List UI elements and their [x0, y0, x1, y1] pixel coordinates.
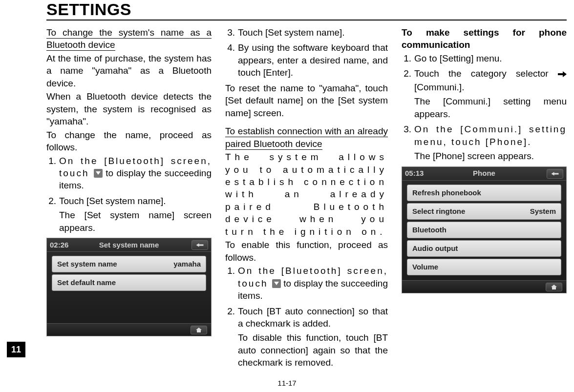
menu-row[interactable]: Refresh phonebook [407, 185, 561, 201]
list-number: 4. [225, 41, 238, 79]
menu-row-set-default-name[interactable]: Set default name [52, 274, 206, 291]
menu-row[interactable]: Audio output [407, 240, 561, 257]
list-text: Touch [BT auto connection] so that a che… [238, 306, 388, 329]
menu-row[interactable]: Select ringtone System [407, 203, 561, 220]
list-item: 2. Touch [Set system name]. The [Set sys… [46, 195, 212, 234]
list-subtext: The [Set system name] screen appears. [59, 209, 212, 234]
row-label: Refresh phonebook [412, 188, 481, 198]
paragraph: The system allows you to automatically e… [225, 152, 388, 237]
list-number: 1. [402, 52, 414, 64]
subheading-change-name: To change the system's name as a Bluetoo… [46, 27, 212, 51]
paragraph: To enable this function, proceed as foll… [225, 239, 388, 264]
paragraph: To change the name, proceed as follows. [46, 129, 212, 154]
back-icon [195, 242, 204, 248]
row-label: Audio output [412, 244, 458, 253]
home-button[interactable] [546, 283, 562, 291]
menu-row-set-system-name[interactable]: Set system name yamaha [52, 256, 206, 272]
list-text: Touch [Set system name]. [59, 196, 166, 206]
row-label: Bluetooth [412, 225, 446, 235]
row-label: Select ringtone [412, 206, 465, 216]
menu-row[interactable]: Volume [407, 259, 561, 275]
list-item: 1. Go to [Setting] menu. [402, 52, 567, 64]
paragraph: To reset the name to "yamaha", touch [Se… [225, 82, 388, 119]
list-number: 2. [225, 305, 238, 369]
row-value: System [530, 206, 556, 216]
subheading-establish-connection: To establish connection with an already … [225, 126, 388, 149]
row-label: Set system name [57, 259, 117, 269]
back-button[interactable] [191, 240, 208, 250]
list-text: Touch [Set system name]. [238, 26, 388, 39]
row-label: Set default name [57, 278, 116, 288]
chapter-tab: 11 [7, 342, 25, 357]
down-arrow-icon [94, 169, 103, 178]
row-label: Volume [412, 262, 438, 272]
list-text: By using the software keyboard that appe… [238, 41, 388, 79]
list-item: 4. By using the software keyboard that a… [225, 41, 388, 79]
list-number: 1. [46, 155, 59, 192]
column-2: 3. Touch [Set system name]. 4. By using … [225, 26, 388, 372]
right-arrow-icon [558, 68, 567, 81]
list-subtext: The [Communi.] setting menu appears. [414, 95, 567, 120]
page-title: SETTINGS [46, 0, 131, 19]
list-item: 1. On the [Bluetooth] screen, touch to d… [225, 265, 388, 302]
screenshot-phone: 05:13 Phone Refresh phonebook Select rin… [402, 166, 567, 293]
screen-title: Set system name [47, 240, 211, 250]
column-1: To change the system's name as a Bluetoo… [46, 26, 212, 372]
home-icon [195, 327, 202, 333]
list-item: 2. Touch the category selector [Communi.… [402, 67, 567, 120]
list-text: [Communi.]. [414, 82, 464, 92]
subheading-phone-communication: To make settings for phone communication [402, 26, 567, 51]
list-text: Touch the category selector [414, 68, 558, 79]
list-number: 1. [225, 265, 238, 302]
row-value: yamaha [173, 259, 201, 269]
back-button[interactable] [547, 169, 563, 179]
list-number: 2. [402, 67, 414, 120]
list-subtext: The [Phone] screen appears. [414, 150, 567, 162]
list-number: 3. [402, 123, 414, 162]
list-text: Go to [Setting] menu. [414, 52, 567, 64]
list-item: 1. On the [Bluetooth] screen, touch to d… [46, 155, 212, 192]
column-3: To make settings for phone communication… [402, 26, 567, 372]
list-item: 3. On the [Communi.] setting menu, touch… [402, 123, 567, 162]
list-subtext: To disable this function, touch [BT auto… [238, 331, 388, 369]
screen-title: Phone [402, 168, 566, 178]
title-rule [46, 20, 567, 21]
paragraph: When a Bluetooth device detects the syst… [46, 90, 212, 127]
screenshot-set-system-name: 02:26 Set system name Set system name ya… [46, 238, 212, 336]
list-number: 3. [225, 26, 238, 39]
menu-row[interactable]: Bluetooth [407, 222, 561, 238]
home-button[interactable] [191, 326, 207, 334]
paragraph: At the time of purchase, the system has … [46, 52, 212, 89]
list-item: 3. Touch [Set system name]. [225, 26, 388, 39]
page-number: 11-17 [0, 379, 574, 387]
list-item: 2. Touch [BT auto connection] so that a … [225, 305, 388, 369]
list-text: On the [Communi.] setting menu, touch [P… [414, 124, 567, 146]
list-number: 2. [46, 195, 59, 234]
home-icon [551, 284, 557, 290]
back-icon [551, 171, 559, 177]
down-arrow-icon [272, 279, 281, 288]
